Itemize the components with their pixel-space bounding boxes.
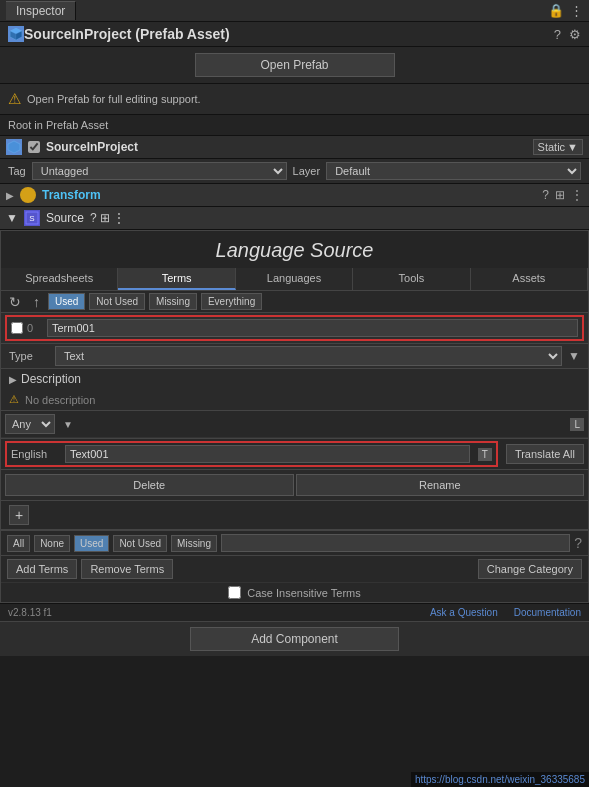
tag-dropdown[interactable]: Untagged [32,162,287,180]
title-bar-icons: 🔒 ⋮ [548,3,583,18]
english-input[interactable] [65,445,470,463]
inspector-header: SourceInProject (Prefab Asset) ? ⚙ [0,22,589,47]
open-prefab-button[interactable]: Open Prefab [195,53,395,77]
tab-spreadsheets[interactable]: Spreadsheets [1,268,118,290]
transform-arrow: ▶ [6,190,14,201]
source-section-row[interactable]: ▼ S Source ? ⊞ ⋮ [0,207,589,230]
menu-icon[interactable]: ⋮ [570,3,583,18]
title-bar: Inspector 🔒 ⋮ [0,0,589,22]
source-arrow: ▼ [6,211,18,225]
component-name: SourceInProject [46,140,527,154]
reload-button[interactable]: ↻ [5,294,25,310]
inspector-tab-label: Inspector [16,4,65,18]
transform-settings-icon[interactable]: ⊞ [555,188,565,202]
add-component-button[interactable]: Add Component [190,627,399,651]
tab-tools[interactable]: Tools [353,268,470,290]
warning-icon: ⚠ [8,90,21,108]
warning-icon-desc: ⚠ [9,393,19,406]
any-lang-select[interactable]: Any [5,414,55,434]
tabs-row: Spreadsheets Terms Languages Tools Asset… [1,268,588,291]
add-terms-button[interactable]: Add Terms [7,559,77,579]
static-badge[interactable]: Static ▼ [533,139,583,155]
used-filter-button[interactable]: Used [74,535,109,552]
ask-question-link[interactable]: Ask a Question [430,607,498,618]
transform-menu-icon[interactable]: ⋮ [571,188,583,202]
footer-row: v2.8.13 f1 Ask a Question Documentation [0,603,589,621]
type-dropdown-arrow: ▼ [568,349,580,363]
type-row: Type Text ▼ [1,344,588,369]
add-component-bar: Add Component [0,621,589,656]
t-badge: T [478,448,492,461]
case-insensitive-checkbox[interactable] [228,586,241,599]
term-row: 0 [1,313,588,344]
filter-not-used-button[interactable]: Not Used [89,293,145,310]
settings-icon[interactable]: ⚙ [569,27,581,42]
type-select[interactable]: Text [55,346,562,366]
warning-text: Open Prefab for full editing support. [27,93,201,105]
description-header[interactable]: ▶ Description [1,369,588,389]
english-row: English T Translate All [1,439,588,470]
no-desc-text: No description [25,394,95,406]
help-circle-icon[interactable]: ? [574,535,582,551]
source-label: Source [46,211,84,225]
prefab-title: SourceInProject (Prefab Asset) [24,26,230,42]
all-filter-button[interactable]: All [7,535,30,552]
source-icon: S [24,210,40,226]
desc-arrow: ▶ [9,374,17,385]
tab-assets[interactable]: Assets [471,268,588,290]
transform-section-row[interactable]: ▶ Transform ? ⊞ ⋮ [0,184,589,207]
translate-all-button[interactable]: Translate All [506,444,584,464]
component-enabled-checkbox[interactable] [28,141,40,153]
tab-languages[interactable]: Languages [236,268,353,290]
layer-dropdown[interactable]: Default [326,162,581,180]
filter-used-button[interactable]: Used [48,293,85,310]
rename-button[interactable]: Rename [296,474,585,496]
case-insensitive-label: Case Insensitive Terms [247,587,361,599]
transform-icon [20,187,36,203]
tab-terms[interactable]: Terms [118,268,235,290]
layer-label: Layer [293,165,321,177]
source-settings-icon[interactable]: ⊞ [100,211,110,225]
delete-rename-row: Delete Rename [1,470,588,501]
any-dropdown-arrow: ▼ [63,419,73,430]
language-source-title: Language Source [1,231,588,268]
remove-terms-button[interactable]: Remove Terms [81,559,173,579]
term-checkbox[interactable] [11,322,23,334]
lock-icon[interactable]: 🔒 [548,3,564,18]
language-area: Any ▼ L [1,411,588,439]
plus-button[interactable]: + [9,505,29,525]
case-insensitive-row: Case Insensitive Terms [1,582,588,602]
not-used-filter-button[interactable]: Not Used [113,535,167,552]
header-right-icons: ? ⚙ [554,27,581,42]
transform-help-icon[interactable]: ? [542,188,549,202]
term-row-inner: 0 [5,315,584,341]
component-header: SourceInProject Static ▼ [0,136,589,159]
filter-missing-button[interactable]: Missing [149,293,197,310]
prefab-icon [8,26,24,42]
root-label: Root in Prefab Asset [0,115,589,136]
search-field[interactable] [221,534,570,552]
term-index: 0 [27,322,43,334]
type-label: Type [9,350,49,362]
term-name-input[interactable] [47,319,578,337]
change-category-button[interactable]: Change Category [478,559,582,579]
description-section: ▶ Description ⚠ No description [1,369,588,411]
language-source-panel: Language Source Spreadsheets Terms Langu… [0,230,589,603]
delete-button[interactable]: Delete [5,474,294,496]
source-menu-icon[interactable]: ⋮ [113,211,125,225]
inspector-tab[interactable]: Inspector [6,1,76,20]
version-label: v2.8.13 f1 [8,607,52,618]
up-button[interactable]: ↑ [29,294,44,310]
source-help-icon[interactable]: ? [90,211,97,225]
description-content: ⚠ No description [1,389,588,410]
documentation-link[interactable]: Documentation [514,607,581,618]
help-icon[interactable]: ? [554,27,561,42]
none-filter-button[interactable]: None [34,535,70,552]
english-row-inner: English T [5,441,498,467]
missing-filter-button[interactable]: Missing [171,535,217,552]
source-in-project-icon [6,139,22,155]
watermark: https://blog.csdn.net/weixin_36335685 [411,772,589,787]
source-section-icons: ? ⊞ ⋮ [90,211,125,225]
static-dropdown-arrow[interactable]: ▼ [567,141,578,153]
filter-everything-button[interactable]: Everything [201,293,262,310]
